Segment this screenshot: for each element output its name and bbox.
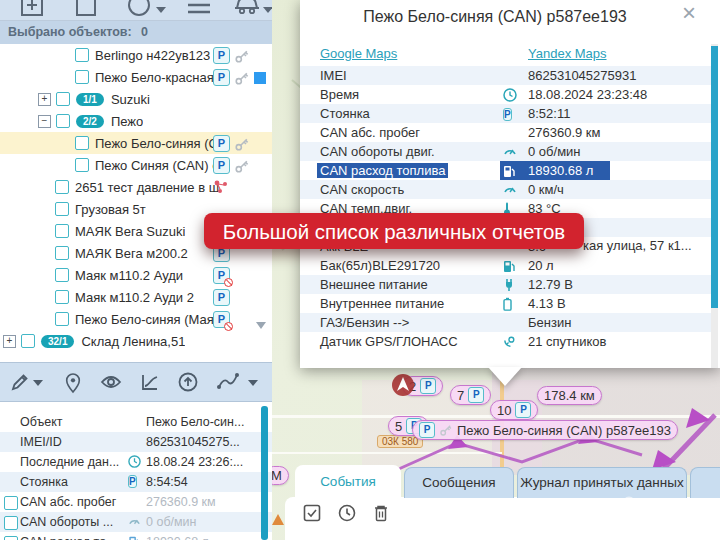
collapse-toggle[interactable]: −	[38, 115, 51, 128]
row-can-fuel-consumption[interactable]: CAN расход топлива 18930.68 л	[300, 161, 712, 180]
checkbox[interactable]	[56, 114, 70, 128]
checkbox[interactable]	[56, 92, 70, 106]
clock-icon[interactable]	[338, 504, 356, 522]
selected-objects-header: Выбрано объектов: 0	[0, 21, 272, 44]
parking-icon[interactable]	[213, 69, 230, 86]
scrollbar-thumb[interactable]	[711, 46, 718, 308]
checkbox[interactable]	[75, 158, 89, 172]
unit-label[interactable]: Пежо Синяя (CAN) с	[95, 158, 219, 173]
checkbox[interactable]	[75, 48, 89, 62]
location-pin-icon[interactable]	[64, 372, 82, 394]
map-marker-10[interactable]: 10	[490, 400, 538, 420]
checkbox[interactable]	[75, 70, 89, 84]
unit-label[interactable]: 2651 тест давление в ш	[75, 180, 219, 195]
unit-label[interactable]: Пежо Бело-синяя (С	[95, 136, 218, 151]
route-icon[interactable]	[216, 372, 242, 392]
group-label[interactable]: Пежо	[111, 114, 143, 129]
trash-icon[interactable]	[373, 504, 389, 522]
checkbox[interactable]	[55, 246, 69, 260]
unit-label[interactable]: Маяк м110.2 Ауди 2	[75, 290, 194, 305]
yandex-maps-link[interactable]: Yandex Maps	[528, 46, 607, 61]
tree-row-pezho-sinyaya[interactable]: Пежо Синяя (CAN) с	[0, 154, 272, 176]
checkbox[interactable]	[55, 290, 69, 304]
checkbox[interactable]	[55, 180, 69, 194]
eye-icon[interactable]	[100, 374, 122, 390]
scrollbar-thumb[interactable]	[261, 406, 268, 540]
sidebar: Выбрано объектов: 0 Berlingo н422ув123 П…	[0, 0, 272, 540]
checkbox[interactable]	[55, 268, 69, 282]
unit-label[interactable]: Berlingo н422ув123	[95, 48, 210, 63]
row-external-power: Внешнее питание 12.79 В	[300, 275, 712, 294]
tab-messages[interactable]: Сообщения	[404, 467, 514, 498]
close-icon[interactable]: ×	[682, 0, 696, 26]
key-icon[interactable]	[234, 158, 250, 174]
key-icon[interactable]	[234, 48, 250, 64]
scrollbar-arrow-icon[interactable]	[256, 322, 266, 329]
chevron-down-icon[interactable]	[156, 7, 166, 13]
tab-events[interactable]: События	[295, 465, 401, 498]
google-maps-link[interactable]: Google Maps	[320, 46, 397, 61]
unit-label[interactable]: Пежо Бело-красная	[95, 70, 214, 85]
checkbox[interactable]	[4, 496, 18, 510]
shape-square-icon[interactable]	[75, 0, 97, 17]
vehicle-filter-icon[interactable]	[234, 0, 260, 17]
select-all-icon[interactable]	[303, 504, 321, 522]
tree-group-sklad-lenina[interactable]: + 32/1 Склад Ленина,51	[0, 330, 272, 352]
parking-icon[interactable]	[213, 47, 230, 64]
unit-label[interactable]: МАЯК Вега Suzuki	[75, 224, 185, 239]
checkbox[interactable]	[75, 136, 89, 150]
row-imei: IMEI 862531045275931	[300, 66, 712, 85]
tab-data-log[interactable]: Журнал принятых данных	[517, 467, 687, 498]
tree-row-berlingo[interactable]: Berlingo н422ув123	[0, 44, 272, 66]
chevron-down-icon[interactable]	[33, 380, 43, 386]
checkbox[interactable]	[55, 224, 69, 238]
expand-toggle[interactable]: +	[3, 335, 16, 348]
key-icon[interactable]	[234, 136, 250, 152]
unit-label[interactable]: Маяк м110.2 Ауди	[75, 268, 183, 283]
tree-row-2651-test[interactable]: 2651 тест давление в ш	[0, 176, 272, 198]
tree-row-mayak-m110-audi[interactable]: Маяк м110.2 Ауди	[0, 264, 272, 286]
parking-icon[interactable]	[213, 135, 230, 152]
shape-circle-icon[interactable]	[127, 0, 151, 17]
events-toolbar	[303, 504, 389, 522]
map-marker-7[interactable]: 7	[450, 385, 491, 405]
parking-off-icon[interactable]	[213, 267, 230, 284]
tree-group-pezho[interactable]: − 2/2 Пежо	[0, 110, 272, 132]
unit-label[interactable]: Грузовая 5т	[75, 202, 146, 217]
checkbox[interactable]	[55, 312, 69, 326]
checkbox[interactable]	[21, 334, 35, 348]
unit-label[interactable]: МАЯК Вега м200.2	[75, 246, 188, 261]
checkbox[interactable]	[4, 516, 18, 530]
tree-row-mayak-m110-audi-2[interactable]: Маяк м110.2 Ауди 2	[0, 286, 272, 308]
tree-row-pezho-belo-sinyaya-mayak[interactable]: Пежо Бело-синяя (Мая	[0, 308, 272, 330]
map-vehicle-badge[interactable]: Пежо Бело-синяя (CAN) p587ee193	[412, 420, 678, 440]
checkbox[interactable]	[55, 202, 69, 216]
parking-off-icon[interactable]	[213, 311, 230, 328]
map-distance-badge[interactable]: 178.4 км	[537, 386, 602, 405]
parking-icon[interactable]	[213, 157, 230, 174]
expand-toggle[interactable]: +	[38, 93, 51, 106]
list-view-icon[interactable]	[186, 0, 212, 17]
row-value: 18.08.2024 23:23:48	[528, 87, 647, 102]
add-object-icon[interactable]	[20, 0, 44, 17]
group-label[interactable]: Склад Ленина,51	[81, 334, 185, 349]
parking-icon	[419, 422, 435, 438]
key-icon[interactable]	[234, 70, 250, 86]
row-gas-petrol: ГАЗ/Бензин --> Бензин	[300, 313, 712, 332]
info-value: 862531045275...	[146, 435, 240, 449]
tree-group-suzuki[interactable]: + 1/1 Suzuki	[0, 88, 272, 110]
chevron-down-icon[interactable]	[248, 380, 258, 386]
group-label[interactable]: Suzuki	[111, 92, 150, 107]
checkbox[interactable]	[4, 536, 18, 540]
row-can-speed: CAN скорость 0 км/ч	[300, 180, 712, 199]
export-up-icon[interactable]	[178, 372, 198, 392]
unit-label[interactable]: Пежо Бело-синяя (Мая	[75, 312, 214, 327]
edit-pencil-icon[interactable]	[10, 372, 30, 392]
tree-row-pezho-belo-sinyaya[interactable]: Пежо Бело-синяя (С	[0, 132, 272, 154]
parking-icon[interactable]	[213, 289, 230, 306]
info-row-imei: IMEI/ID 862531045275...	[0, 432, 272, 452]
chart-icon[interactable]	[140, 372, 160, 392]
tab-partial[interactable]	[690, 467, 720, 498]
chevron-down-icon[interactable]	[263, 7, 272, 13]
tree-row-pezho-belo-krasnaya[interactable]: Пежо Бело-красная	[0, 66, 272, 88]
